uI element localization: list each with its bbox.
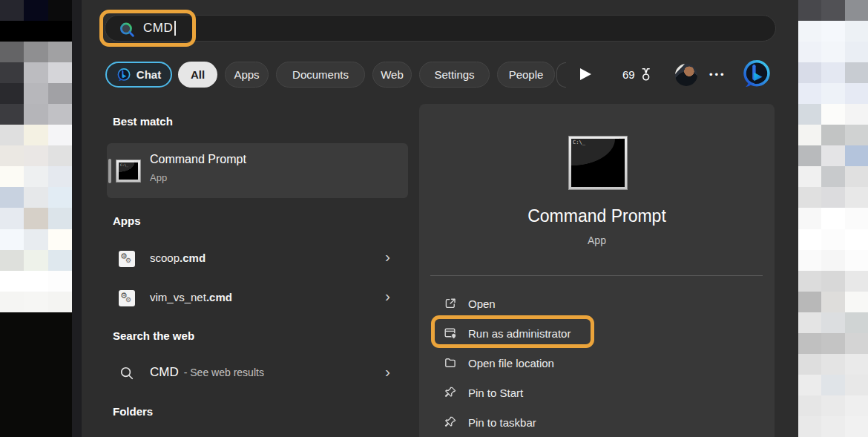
mosaic-cell: [0, 292, 24, 312]
mosaic-cell: [24, 83, 47, 104]
mosaic-cell: [48, 145, 72, 166]
tab-web[interactable]: Web: [372, 62, 412, 88]
tab-all[interactable]: All: [178, 62, 217, 88]
search-input[interactable]: CMD: [105, 15, 776, 42]
app-match-text: .cmd: [206, 291, 232, 303]
more-options-icon[interactable]: •••: [709, 69, 726, 80]
mosaic-cell: [0, 375, 24, 395]
run-admin-shield-icon: [443, 326, 458, 341]
tab-documents[interactable]: Documents: [276, 62, 365, 88]
mosaic-cell: [0, 62, 24, 83]
mosaic-cell: [798, 42, 821, 62]
best-match-title: Command Prompt: [150, 153, 246, 166]
batch-file-icon: ⚙⚙: [119, 290, 135, 306]
mosaic-cell: [845, 83, 868, 104]
mosaic-cell: [798, 395, 821, 416]
tab-chat[interactable]: Chat: [105, 62, 172, 88]
mosaic-cell: [821, 208, 844, 229]
mosaic-cell: [48, 416, 72, 437]
action-pin-to-start[interactable]: Pin to Start: [443, 378, 754, 407]
mosaic-cell: [48, 125, 72, 145]
blurred-desktop-right: [798, 0, 868, 437]
app-result-vim-vs-net[interactable]: ⚙⚙ vim_vs_net.cmd ›: [107, 283, 408, 313]
chevron-right-icon[interactable]: ›: [385, 287, 390, 305]
chevron-right-icon[interactable]: ›: [385, 363, 390, 381]
bing-chat-button[interactable]: [741, 59, 772, 90]
mosaic-cell: [798, 166, 821, 187]
mosaic-cell: [24, 145, 47, 166]
mosaic-cell: [821, 21, 844, 42]
mosaic-cell: [821, 166, 844, 187]
mosaic-cell: [845, 375, 868, 395]
action-label: Open: [468, 298, 496, 310]
mosaic-cell: [798, 83, 821, 104]
action-label: Run as administrator: [468, 327, 571, 340]
mosaic-cell: [798, 21, 821, 42]
tab-all-label: All: [191, 68, 205, 81]
mosaic-cell: [24, 416, 47, 437]
best-match-result[interactable]: Command Prompt App: [107, 143, 408, 198]
mosaic-cell: [24, 395, 47, 416]
mosaic-cell: [798, 0, 821, 21]
mosaic-cell: [821, 395, 844, 416]
mosaic-cell: [845, 333, 868, 354]
mosaic-cell: [798, 312, 821, 333]
action-open[interactable]: Open: [443, 289, 754, 318]
mosaic-cell: [24, 312, 47, 333]
mosaic-cell: [821, 42, 844, 62]
folder-icon: [443, 355, 458, 370]
mosaic-cell: [0, 416, 24, 437]
mosaic-cell: [798, 229, 821, 250]
mosaic-cell: [48, 104, 72, 125]
selection-indicator: [108, 159, 111, 183]
divider: [430, 275, 763, 276]
app-result-scoop[interactable]: ⚙⚙ scoop.cmd ›: [107, 244, 408, 274]
mosaic-cell: [798, 187, 821, 208]
tab-apps[interactable]: Apps: [225, 62, 269, 88]
windows-search-flyout: CMD Chat All Apps Documents Web Settings…: [0, 0, 868, 437]
tab-settings[interactable]: Settings: [419, 62, 490, 88]
mosaic-cell: [48, 292, 72, 312]
action-pin-to-taskbar[interactable]: Pin to taskbar: [443, 408, 754, 436]
mosaic-cell: [24, 292, 47, 312]
mosaic-cell: [845, 229, 868, 250]
mosaic-cell: [821, 229, 844, 250]
command-prompt-icon: C:\_∙∙∙: [116, 160, 141, 183]
search-query-text: CMD: [143, 21, 173, 36]
command-prompt-icon-large: C:\_∙∙∙: [568, 136, 628, 190]
tab-people[interactable]: People: [497, 62, 555, 88]
web-search-result[interactable]: CMD- See web results ›: [107, 359, 408, 389]
best-match-heading: Best match: [113, 115, 173, 128]
mosaic-cell: [821, 354, 844, 375]
batch-file-icon: ⚙⚙: [119, 251, 135, 267]
web-query-text: CMD: [150, 365, 179, 379]
rewards-badge[interactable]: 69: [622, 67, 654, 82]
mosaic-cell: [48, 187, 72, 208]
mosaic-cell: [798, 271, 821, 292]
mosaic-cell: [0, 312, 24, 333]
app-name: vim_vs_net: [150, 291, 206, 303]
mosaic-cell: [0, 333, 24, 354]
mosaic-cell: [0, 21, 24, 42]
play-icon[interactable]: [580, 68, 591, 80]
blurred-desktop-left: [0, 0, 72, 437]
mosaic-cell: [845, 271, 868, 292]
mosaic-cell: [48, 395, 72, 416]
app-match-text: .cmd: [180, 252, 206, 264]
mosaic-cell: [798, 416, 821, 437]
action-run-as-administrator[interactable]: Run as administrator: [443, 319, 754, 347]
preview-subtitle: App: [419, 234, 775, 246]
chevron-right-icon[interactable]: ›: [385, 248, 390, 266]
mosaic-cell: [24, 250, 47, 271]
mosaic-cell: [845, 354, 868, 375]
mosaic-cell: [48, 312, 72, 333]
action-open-file-location[interactable]: Open file location: [443, 349, 754, 377]
mosaic-cell: [0, 250, 24, 271]
web-suffix-text: - See web results: [184, 367, 264, 378]
mosaic-cell: [845, 125, 868, 145]
user-avatar[interactable]: [675, 64, 697, 86]
mosaic-cell: [0, 187, 24, 208]
mosaic-cell: [0, 229, 24, 250]
mosaic-cell: [0, 125, 24, 145]
tab-overflow-fragment: [556, 62, 566, 88]
